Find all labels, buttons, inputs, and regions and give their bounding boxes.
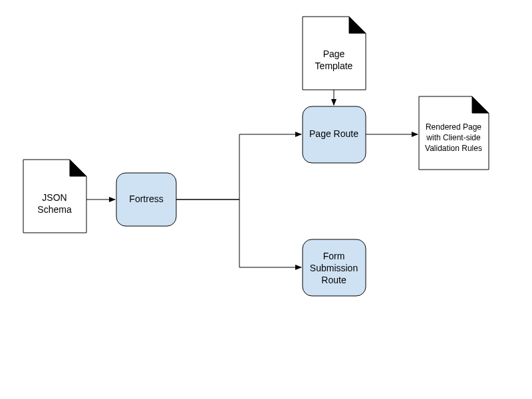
json-schema-label-1: JSON <box>42 192 66 203</box>
rendered-page-label-1: Rendered Page <box>426 122 481 132</box>
page-route-label: Page Route <box>309 128 358 139</box>
arrow-fortress-to-pageroute <box>176 134 301 200</box>
fortress-label: Fortress <box>129 194 163 204</box>
page-route-node: Page Route <box>303 106 366 163</box>
rendered-page-node: Rendered Page with Client-side Validatio… <box>419 96 489 170</box>
page-template-label-2: Template <box>315 61 353 71</box>
page-template-node: Page Template <box>303 17 366 90</box>
document-fold-icon <box>349 17 366 33</box>
rendered-page-label-2: with Client-side <box>426 133 481 142</box>
document-fold-icon <box>70 160 86 176</box>
form-submission-route-node: Form Submission Route <box>303 239 366 296</box>
arrow-fortress-to-formroute <box>176 200 301 267</box>
form-route-label-3: Route <box>321 275 346 285</box>
fortress-node: Fortress <box>116 173 176 226</box>
form-route-label-1: Form <box>323 251 345 261</box>
flow-diagram: JSON Schema Fortress Page Template Page … <box>0 0 532 399</box>
json-schema-label-2: Schema <box>37 204 72 215</box>
document-fold-icon <box>472 96 489 113</box>
page-template-label-1: Page <box>323 49 345 59</box>
rendered-page-label-3: Validation Rules <box>425 144 482 153</box>
json-schema-node: JSON Schema <box>23 160 86 233</box>
form-route-label-2: Submission <box>310 263 358 273</box>
